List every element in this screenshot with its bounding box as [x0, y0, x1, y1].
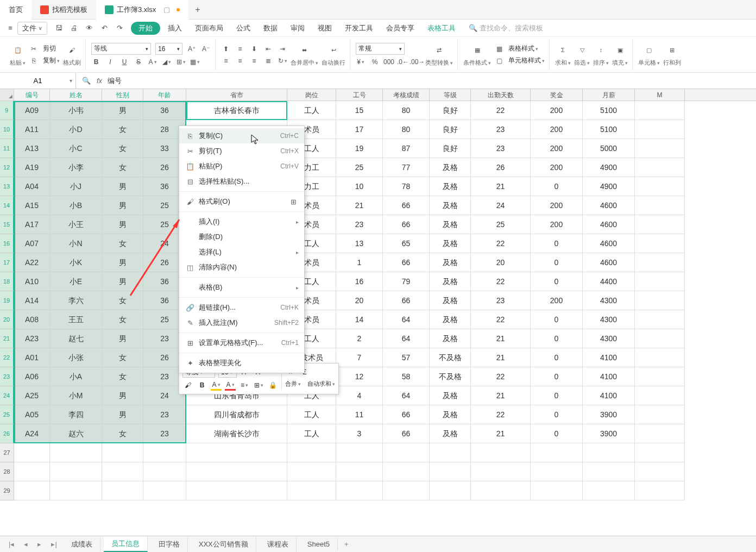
cell[interactable]: 0 [531, 329, 583, 348]
cell[interactable]: 4600 [583, 215, 635, 234]
cell[interactable] [635, 139, 685, 158]
cell[interactable]: 0 [531, 272, 583, 291]
cell[interactable]: 1 [336, 253, 383, 272]
cell[interactable] [336, 462, 383, 481]
cell[interactable]: 0 [531, 405, 583, 424]
bold-button[interactable]: B [197, 380, 207, 391]
cell[interactable]: 13 [336, 234, 383, 253]
cell[interactable]: 66 [383, 291, 430, 310]
lock-icon[interactable]: 🔒 [267, 380, 278, 391]
cell[interactable]: 10 [336, 177, 383, 196]
redo-icon[interactable]: ↷ [115, 23, 124, 33]
row-header[interactable]: 23 [0, 367, 14, 386]
cell[interactable]: 4300 [583, 310, 635, 329]
dec-decimal-icon[interactable]: .00→ [412, 57, 422, 67]
command-search[interactable]: 🔍查找命令、搜索模板 [469, 23, 543, 33]
ctx-insert[interactable]: 插入(I)▸ [179, 214, 304, 229]
tab-workbook[interactable]: 工作簿3.xlsx▢ [96, 0, 188, 20]
sheet-nav-last[interactable]: ▸| [48, 539, 60, 549]
cell[interactable]: 21 [471, 177, 531, 196]
cell[interactable]: 及格 [430, 329, 471, 348]
cell[interactable]: 女 [102, 158, 143, 177]
cell[interactable] [430, 443, 471, 462]
merge-button[interactable]: ⬌合并居中 [291, 42, 318, 67]
ctx-select[interactable]: 选择(L)▸ [179, 244, 304, 260]
ctx-table[interactable]: 表格(B)▸ [179, 280, 304, 295]
number-format-select[interactable]: 常规▾ [356, 43, 405, 55]
cell[interactable] [531, 443, 583, 462]
cell[interactable]: 57 [383, 348, 430, 367]
mini-merge-button[interactable]: 合并 [285, 380, 301, 388]
cell[interactable] [430, 481, 471, 500]
col-header-c[interactable]: 性别 [102, 89, 143, 101]
name-box-input[interactable] [0, 77, 75, 85]
cell[interactable] [635, 481, 685, 500]
cell[interactable]: 66 [383, 253, 430, 272]
cell[interactable] [635, 462, 685, 481]
cell[interactable]: 200 [531, 215, 583, 234]
cell[interactable]: 李四 [50, 405, 102, 424]
cell[interactable]: 16 [336, 272, 383, 291]
ctx-hyperlink[interactable]: 🔗超链接(H)...Ctrl+K [179, 300, 304, 315]
cell-shade-button[interactable]: ▦ [190, 57, 200, 67]
cell[interactable]: 及格 [430, 177, 471, 196]
cell[interactable] [102, 462, 143, 481]
cell[interactable]: 男 [102, 253, 143, 272]
ribbon-member[interactable]: 会员专享 [381, 21, 420, 35]
highlight-button[interactable]: A [211, 380, 222, 391]
col-header-d[interactable]: 年龄 [143, 89, 186, 101]
cell[interactable]: 小E [50, 272, 102, 291]
ctx-cut[interactable]: ✂剪切(T)Ctrl+X [179, 143, 304, 159]
cell[interactable]: 66 [383, 215, 430, 234]
ribbon-start[interactable]: 开始 [131, 22, 160, 35]
cell[interactable]: 5100 [583, 101, 635, 120]
cell[interactable] [531, 481, 583, 500]
cell[interactable] [430, 462, 471, 481]
tab-template[interactable]: 找稻壳模板 [32, 0, 96, 20]
cell[interactable]: 22 [471, 272, 531, 291]
cell[interactable] [635, 196, 685, 215]
cell[interactable]: 男 [102, 101, 143, 120]
cell[interactable] [635, 386, 685, 405]
cell[interactable]: 4300 [583, 329, 635, 348]
cell[interactable]: 19 [336, 139, 383, 158]
cell[interactable] [635, 424, 685, 443]
indent-inc-icon[interactable]: ⇥ [278, 44, 287, 54]
cell[interactable] [383, 443, 430, 462]
cell[interactable] [583, 481, 635, 500]
cell[interactable]: 王五 [50, 310, 102, 329]
ctx-clear[interactable]: ◫清除内容(N) [179, 260, 304, 275]
cell[interactable]: 4 [336, 386, 383, 405]
cell[interactable] [287, 443, 336, 462]
cell[interactable]: 小张 [50, 348, 102, 367]
cell[interactable]: 65 [383, 234, 430, 253]
cell[interactable]: A24 [14, 424, 50, 443]
cell[interactable]: 及格 [430, 310, 471, 329]
sort-button[interactable]: ↕排序 [593, 42, 609, 67]
cell[interactable]: 及格 [430, 196, 471, 215]
row-header[interactable]: 25 [0, 405, 14, 424]
col-header-j[interactable]: 出勤天数 [471, 89, 531, 101]
cell[interactable]: 男 [102, 405, 143, 424]
cell[interactable]: 23 [471, 139, 531, 158]
preview-icon[interactable]: 👁 [84, 23, 94, 33]
filter-button[interactable]: ▽筛选 [574, 42, 590, 67]
col-header-b[interactable]: 姓名 [50, 89, 102, 101]
select-all-corner[interactable]: ◢ [0, 89, 14, 101]
formula-value[interactable]: 编号 [108, 76, 122, 86]
cell[interactable]: 3 [336, 424, 383, 443]
align-center-icon[interactable]: ≡ [235, 56, 245, 66]
cell[interactable]: 及格 [430, 424, 471, 443]
cell[interactable] [143, 462, 186, 481]
cell[interactable]: 22 [471, 101, 531, 120]
strike-button[interactable]: S [134, 57, 143, 67]
cell[interactable]: A04 [14, 177, 50, 196]
file-menu[interactable]: 文件∨ [17, 22, 47, 35]
cell[interactable]: 4100 [583, 348, 635, 367]
cell[interactable]: 21 [336, 196, 383, 215]
cell[interactable]: 64 [383, 310, 430, 329]
cell[interactable]: 25 [471, 215, 531, 234]
row-header[interactable]: 12 [0, 158, 14, 177]
cell[interactable] [635, 443, 685, 462]
cell[interactable]: 赵七 [50, 329, 102, 348]
